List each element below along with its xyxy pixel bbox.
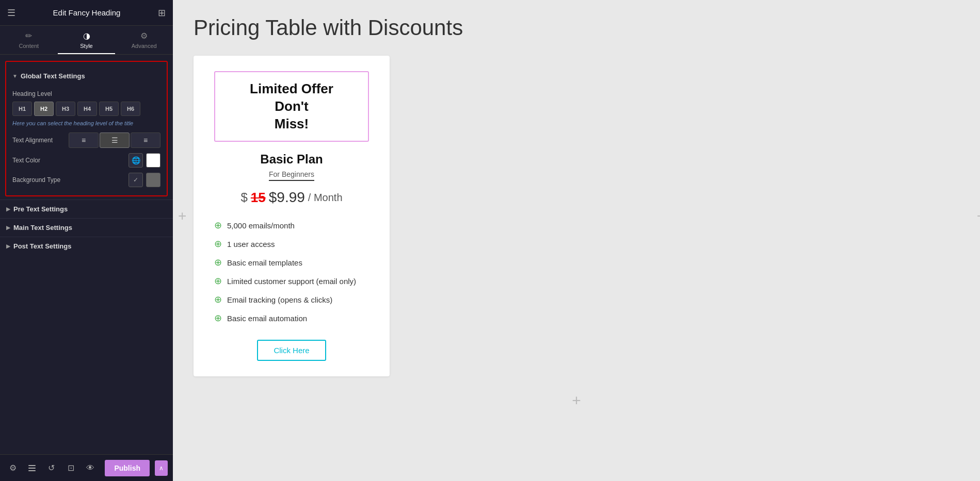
panel-title: Edit Fancy Heading: [53, 8, 121, 17]
style-tab-icon: ◑: [83, 31, 90, 41]
heading-hint-text: Here you can select the heading level of…: [12, 120, 160, 126]
cta-button[interactable]: Click Here: [257, 340, 326, 361]
feature-item: ⊕ 1 user access: [214, 235, 369, 253]
main-text-arrow-icon: ▶: [6, 225, 10, 230]
color-controls: 🌐: [128, 153, 160, 168]
post-text-settings-label: Post Text Settings: [13, 242, 71, 250]
feature-check-icon: ⊕: [214, 275, 222, 287]
settings-bottom-btn[interactable]: ⚙: [5, 459, 20, 477]
feature-item: ⊕ Basic email automation: [214, 309, 369, 327]
plan-name: Basic Plan: [214, 152, 369, 167]
pre-text-settings-header[interactable]: ▶ Pre Text Settings: [6, 200, 167, 218]
plus-btn-left[interactable]: +: [178, 209, 186, 223]
hl-btn-h3[interactable]: H3: [56, 102, 75, 116]
align-left-btn[interactable]: ≡: [69, 132, 99, 148]
limited-offer-line-2: Don't: [226, 98, 358, 115]
global-text-settings-title: Global Text Settings: [21, 72, 85, 80]
price-new: $9.99: [269, 189, 305, 206]
feature-check-icon: ⊕: [214, 312, 222, 324]
advanced-tab-label: Advanced: [132, 43, 157, 49]
feature-item: ⊕ Limited customer support (email only): [214, 272, 369, 290]
panel-content: ▼ Global Text Settings Heading Level H1 …: [0, 55, 173, 454]
heading-level-buttons: H1 H2 H3 H4 H5 H6: [12, 102, 160, 116]
pre-text-settings-section: ▶ Pre Text Settings: [0, 200, 173, 218]
page-main-title: Pricing Table with Discounts: [194, 15, 959, 40]
post-text-arrow-icon: ▶: [6, 243, 10, 249]
publish-chevron-button[interactable]: ∧: [155, 460, 168, 476]
post-text-settings-section: ▶ Post Text Settings: [0, 237, 173, 255]
grid-icon[interactable]: ⊞: [158, 7, 166, 19]
global-text-settings-section: ▼ Global Text Settings Heading Level H1 …: [5, 61, 168, 196]
bg-color-swatch[interactable]: [146, 173, 160, 187]
feature-text: 5,000 emails/month: [227, 221, 295, 230]
main-content-area: Pricing Table with Discounts + Limited O…: [173, 0, 980, 481]
advanced-tab-icon: ⚙: [140, 31, 148, 41]
eye-bottom-btn[interactable]: 👁: [83, 459, 98, 477]
post-text-settings-header[interactable]: ▶ Post Text Settings: [6, 237, 167, 255]
svg-rect-2: [28, 470, 36, 471]
panel-bottom-bar: ⚙ ↺ ⊡ 👁 Publish ∧: [0, 454, 173, 481]
text-color-row: Text Color 🌐: [12, 153, 160, 168]
price-period: / Month: [308, 192, 343, 204]
pre-text-settings-label: Pre Text Settings: [13, 205, 68, 213]
align-center-btn[interactable]: ☰: [100, 132, 130, 148]
background-type-label: Background Type: [12, 176, 60, 184]
limited-offer-line-1: Limited Offer: [226, 80, 358, 98]
style-tab-label: Style: [80, 43, 92, 49]
price-dollar: $: [240, 190, 247, 205]
limited-offer-box: Limited Offer Don't Miss!: [214, 71, 369, 142]
publish-button[interactable]: Publish: [105, 460, 150, 476]
svg-rect-1: [28, 468, 36, 469]
feature-check-icon: ⊕: [214, 220, 222, 231]
text-alignment-row: Text Alignment ≡ ☰ ≡: [12, 132, 160, 148]
global-color-btn[interactable]: 🌐: [128, 153, 143, 168]
content-tab-icon: ✏: [25, 31, 32, 41]
panel-header: ☰ Edit Fancy Heading ⊞: [0, 0, 173, 26]
limited-offer-line-3: Miss!: [226, 115, 358, 133]
responsive-bottom-btn[interactable]: ⊡: [63, 459, 78, 477]
pre-text-arrow-icon: ▶: [6, 206, 10, 212]
pricing-card: Limited Offer Don't Miss! Basic Plan For…: [194, 56, 390, 376]
hl-btn-h5[interactable]: H5: [99, 102, 119, 116]
plus-btn-right[interactable]: +: [977, 209, 980, 223]
tab-advanced[interactable]: ⚙ Advanced: [115, 26, 173, 54]
feature-check-icon: ⊕: [214, 294, 222, 305]
content-tab-label: Content: [19, 43, 39, 49]
text-color-swatch[interactable]: [146, 153, 160, 168]
bg-controls: ✓: [128, 173, 160, 187]
svg-rect-0: [28, 465, 36, 466]
plan-subtitle: For Beginners: [269, 170, 314, 181]
plus-btn-bottom[interactable]: +: [572, 392, 581, 409]
feature-item: ⊕ Basic email templates: [214, 253, 369, 272]
section-arrow-icon: ▼: [12, 73, 18, 79]
hl-btn-h4[interactable]: H4: [77, 102, 97, 116]
global-text-settings-header[interactable]: ▼ Global Text Settings: [12, 67, 160, 85]
feature-item: ⊕ Email tracking (opens & clicks): [214, 290, 369, 309]
alignment-buttons: ≡ ☰ ≡: [69, 132, 160, 148]
text-color-label: Text Color: [12, 157, 40, 164]
feature-list: ⊕ 5,000 emails/month ⊕ 1 user access ⊕ B…: [214, 216, 369, 327]
history-bottom-btn[interactable]: ↺: [44, 459, 59, 477]
feature-text: Email tracking (opens & clicks): [227, 295, 332, 304]
hl-btn-h2[interactable]: H2: [34, 102, 54, 116]
tab-style[interactable]: ◑ Style: [58, 26, 116, 54]
main-text-settings-section: ▶ Main Text Settings: [0, 218, 173, 237]
hl-btn-h6[interactable]: H6: [121, 102, 140, 116]
bg-pencil-btn[interactable]: ✓: [128, 173, 143, 187]
main-text-settings-header[interactable]: ▶ Main Text Settings: [6, 219, 167, 237]
feature-check-icon: ⊕: [214, 257, 222, 268]
price-original: 15: [251, 190, 266, 206]
background-type-row: Background Type ✓: [12, 173, 160, 187]
feature-check-icon: ⊕: [214, 238, 222, 250]
align-right-btn[interactable]: ≡: [131, 132, 160, 148]
feature-text: Limited customer support (email only): [227, 277, 356, 286]
price-row: $ 15 $9.99 / Month: [214, 189, 369, 206]
hl-btn-h1[interactable]: H1: [12, 102, 32, 116]
heading-level-label: Heading Level: [12, 90, 160, 97]
feature-item: ⊕ 5,000 emails/month: [214, 216, 369, 235]
feature-text: Basic email templates: [227, 258, 302, 267]
tab-content[interactable]: ✏ Content: [0, 26, 58, 54]
left-panel: ☰ Edit Fancy Heading ⊞ ✏ Content ◑ Style…: [0, 0, 173, 481]
hamburger-icon[interactable]: ☰: [7, 7, 15, 19]
layers-bottom-btn[interactable]: [24, 459, 39, 477]
